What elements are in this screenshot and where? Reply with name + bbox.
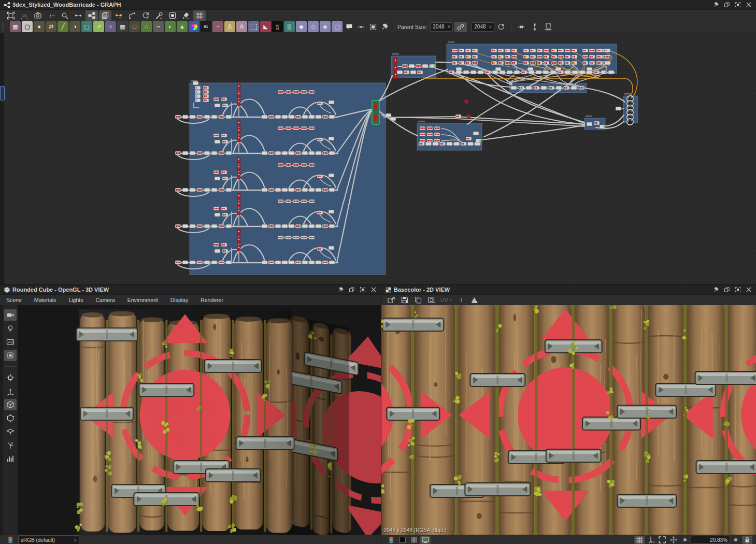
reset-size-button[interactable] (495, 22, 507, 32)
fx-map-blend-node-button[interactable]: ▢ (332, 21, 343, 32)
pin-button[interactable] (712, 2, 719, 8)
actual-size-button[interactable]: 1:1 (18, 10, 31, 21)
save-image-button[interactable] (398, 295, 411, 305)
render-settings-button[interactable] (4, 350, 17, 361)
color-management-icon[interactable] (5, 536, 16, 544)
blur-hq-node-button[interactable]: ◑ (69, 21, 80, 32)
pan-view[interactable] (668, 536, 679, 544)
zoom-out-button[interactable] (680, 536, 690, 544)
selection-mask-node-button[interactable] (248, 21, 259, 32)
export-image-button[interactable] (385, 295, 397, 305)
menu-lights[interactable]: Lights (62, 295, 89, 305)
geometry-scale-button[interactable] (4, 412, 17, 424)
environment-map-button[interactable] (4, 336, 17, 348)
connect-output-button[interactable] (515, 22, 527, 32)
distribute-vertical-button[interactable] (529, 22, 541, 32)
filter-display-button[interactable] (99, 10, 111, 21)
menu-scene[interactable]: Scene (0, 295, 28, 305)
hsl-node-button[interactable] (189, 21, 199, 32)
display-monitor[interactable] (420, 536, 431, 544)
bitmap-node-button[interactable]: ▦ (10, 21, 21, 32)
link-display-button[interactable] (72, 10, 84, 21)
curve-node-button[interactable]: ╱ (58, 21, 68, 32)
color-channels[interactable] (386, 536, 396, 544)
flood-fill-node-button[interactable]: ◣ (260, 21, 271, 32)
search-button[interactable] (59, 10, 71, 21)
gizmo-translate-button[interactable] (4, 385, 17, 397)
fit-view-button[interactable] (5, 10, 17, 21)
pyramid-node-button[interactable]: ▲ (177, 21, 188, 32)
transformation-2d-node-button[interactable]: ▢ (81, 21, 92, 32)
fit-image[interactable] (657, 536, 667, 544)
comment-node-button[interactable] (344, 21, 354, 32)
scene-stats-button[interactable] (4, 453, 17, 464)
float-window-button[interactable] (723, 287, 730, 293)
close-button[interactable] (370, 287, 377, 293)
show-connections-button[interactable] (112, 10, 125, 21)
spline-node-button[interactable]: ~ (212, 21, 223, 32)
maximize-button[interactable] (734, 287, 741, 293)
parent-size-height-select[interactable]: 2048∨ (472, 22, 494, 32)
tile-sampler-node-button[interactable]: ▦ (117, 21, 128, 32)
frame-comment-node-button[interactable] (367, 21, 378, 32)
camera-view-button[interactable] (4, 309, 17, 321)
extrude-node-button[interactable]: □ (129, 21, 140, 32)
grid-snap-button[interactable] (193, 10, 206, 21)
snap-magnet-button[interactable] (542, 22, 554, 32)
collapsed-panel-tab[interactable] (0, 86, 5, 101)
graph-canvas[interactable] (0, 33, 756, 284)
svg-shape-node-button[interactable]: ▢ (22, 21, 33, 32)
zoom-lock[interactable] (742, 536, 752, 544)
fx-map-quadrant-node-button[interactable]: ◆ (296, 21, 307, 32)
fx-map-iterate-node-button[interactable]: ◈ (320, 21, 331, 32)
pin-button[interactable] (337, 287, 344, 293)
menu-camera[interactable]: Camera (89, 295, 121, 305)
text-node-button[interactable]: A (236, 21, 247, 32)
directional-warp-node-button[interactable]: ↗ (93, 21, 104, 32)
close-button[interactable] (745, 2, 752, 8)
ground-plane-button[interactable] (4, 426, 17, 437)
maximize-button[interactable] (359, 287, 366, 293)
preview-region-button[interactable] (166, 10, 179, 21)
node-info-button[interactable]: i (45, 10, 58, 21)
pin-button[interactable] (712, 287, 719, 293)
view2d-viewport[interactable] (381, 305, 756, 535)
blend-node-button[interactable]: ● (34, 21, 45, 32)
menu-materials[interactable]: Materials (28, 295, 63, 305)
tiling-grid[interactable] (634, 536, 645, 544)
float-window-button[interactable] (723, 2, 730, 8)
colorspace-select[interactable]: sRGB (default) ∨ (18, 535, 79, 544)
grayscale-conversion-node-button[interactable]: 01 (201, 21, 211, 32)
snap-cursor[interactable]: s (646, 536, 656, 544)
menu-renderer[interactable]: Renderer (194, 295, 230, 305)
background-gray[interactable] (409, 536, 419, 544)
dot-node-node-button[interactable] (355, 21, 366, 32)
maximize-button[interactable] (734, 2, 741, 8)
link-size-button[interactable] (454, 22, 467, 32)
zoom-level-field[interactable]: 20.83% (691, 536, 730, 544)
cleanup-brush-button[interactable] (180, 10, 192, 21)
fit-frame-button[interactable] (4, 372, 17, 383)
pin-comment-node-button[interactable] (379, 21, 390, 32)
graph-navigation-button[interactable] (85, 10, 98, 21)
dot-color-node-button[interactable]: •• (153, 21, 164, 32)
close-button[interactable] (745, 287, 752, 293)
transform-display-button[interactable] (425, 295, 438, 305)
image-info-button[interactable]: i (455, 295, 467, 305)
gradient-node-button[interactable]: ◐ (165, 21, 176, 32)
value-processor-node-button[interactable]: ab01 (272, 21, 283, 32)
wireframe-button[interactable] (4, 439, 17, 451)
parent-size-width-select[interactable]: 2048∨ (430, 22, 453, 32)
histogram-button[interactable] (468, 295, 481, 305)
orthogonal-links-button[interactable] (126, 10, 138, 21)
shape-node-button[interactable]: ○ (105, 21, 116, 32)
channel-shuffle-node-button[interactable]: ⇄ (46, 21, 56, 32)
geometry-cube-button[interactable] (4, 399, 17, 410)
vertical-splitter[interactable] (381, 285, 381, 544)
view3d-viewport[interactable] (18, 305, 381, 535)
copy-image-button[interactable] (412, 295, 424, 305)
lights-button[interactable] (4, 323, 17, 334)
menu-display[interactable]: Display (164, 295, 194, 305)
screenshot-button[interactable] (32, 10, 44, 21)
uv-overlay-toggle[interactable]: UV∨ (440, 297, 452, 303)
